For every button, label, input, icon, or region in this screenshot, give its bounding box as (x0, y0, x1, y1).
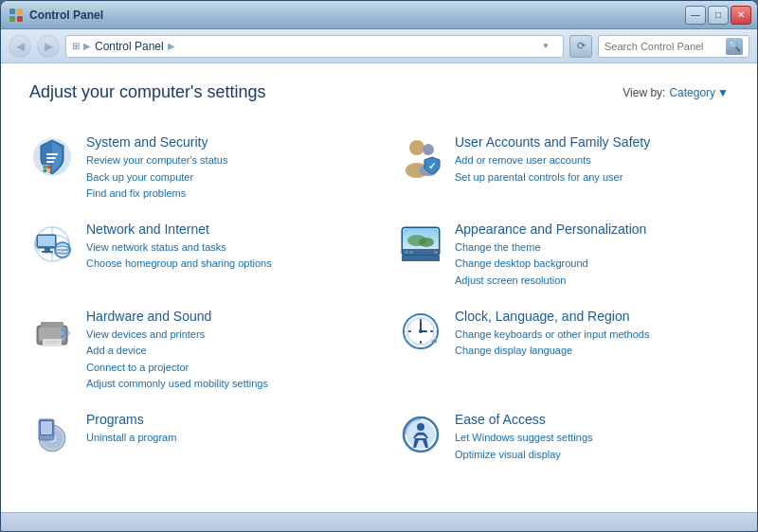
system-security-text: System and Security Review your computer… (86, 134, 227, 203)
search-input[interactable] (605, 41, 726, 52)
svg-rect-44 (45, 341, 60, 342)
ease-access-title[interactable]: Ease of Access (455, 412, 593, 427)
svg-text:✓: ✓ (428, 161, 436, 171)
main-content: Adjust your computer's settings View by:… (1, 63, 757, 512)
forward-button[interactable]: ▶ (37, 35, 60, 58)
hardware-sound-link-2[interactable]: Add a device (86, 343, 268, 360)
hardware-sound-icon (29, 309, 75, 354)
search-button[interactable]: 🔍 (726, 38, 743, 55)
svg-point-15 (423, 144, 434, 155)
appearance-text: Appearance and Personalization Change th… (455, 222, 646, 290)
network-internet-title[interactable]: Network and Internet (86, 222, 272, 237)
system-security-link-3[interactable]: Find and fix problems (86, 186, 227, 203)
title-bar-left: Control Panel (9, 8, 103, 23)
view-by-control: View by: Category ▼ (623, 86, 729, 99)
view-by-dropdown[interactable]: Category ▼ (669, 86, 729, 99)
hardware-sound-title[interactable]: Hardware and Sound (86, 309, 268, 324)
ease-access-icon (398, 412, 443, 457)
svg-rect-37 (409, 251, 413, 254)
address-panel-icon: ⊞ (72, 41, 80, 51)
status-bar (1, 512, 757, 531)
programs-text: Programs Uninstall a program (86, 412, 176, 447)
refresh-button[interactable]: ⟳ (569, 35, 592, 58)
svg-rect-39 (402, 256, 440, 261)
page-header: Adjust your computer's settings View by:… (29, 82, 729, 102)
system-security-icon (29, 134, 75, 180)
programs-title[interactable]: Programs (86, 412, 176, 427)
user-accounts-text: User Accounts and Family Safety Add or r… (455, 134, 650, 186)
category-ease-access: Ease of Access Let Windows suggest setti… (398, 402, 729, 472)
search-bar-container: 🔍 (598, 35, 749, 58)
minimize-button[interactable]: — (685, 6, 706, 25)
system-security-title[interactable]: System and Security (86, 134, 227, 150)
user-accounts-link-2[interactable]: Set up parental controls for any user (455, 169, 650, 186)
view-by-arrow-icon: ▼ (717, 86, 729, 99)
network-internet-link-2[interactable]: Choose homegroup and sharing options (86, 256, 272, 273)
category-system-security: System and Security Review your computer… (29, 125, 360, 212)
svg-rect-3 (17, 16, 23, 22)
svg-rect-62 (41, 421, 52, 434)
svg-point-65 (417, 423, 424, 431)
svg-rect-9 (44, 166, 47, 169)
svg-point-13 (409, 140, 424, 155)
ease-access-link-2[interactable]: Optimize visual display (455, 447, 593, 464)
clock-language-link-2[interactable]: Change display language (455, 343, 649, 360)
programs-link-1[interactable]: Uninstall a program (86, 430, 176, 447)
title-bar: Control Panel — □ ✕ (1, 1, 757, 29)
appearance-title[interactable]: Appearance and Personalization (455, 222, 646, 237)
address-separator: ▶ (83, 41, 91, 51)
svg-point-55 (419, 329, 423, 333)
clock-language-title[interactable]: Clock, Language, and Region (455, 309, 649, 324)
svg-rect-0 (9, 9, 15, 14)
user-accounts-title[interactable]: User Accounts and Family Safety (455, 134, 650, 150)
address-text: Control Panel (95, 40, 164, 53)
control-panel-title-icon (9, 8, 24, 23)
svg-rect-45 (45, 343, 56, 344)
svg-rect-25 (42, 251, 53, 253)
category-hardware-sound: Hardware and Sound View devices and prin… (29, 299, 360, 402)
user-accounts-link-1[interactable]: Add or remove user accounts (455, 152, 650, 169)
categories-grid: System and Security Review your computer… (29, 125, 729, 472)
svg-rect-12 (47, 169, 51, 173)
close-button[interactable]: ✕ (731, 6, 751, 25)
appearance-link-3[interactable]: Adjust screen resolution (455, 273, 646, 290)
page-title: Adjust your computer's settings (29, 82, 266, 102)
svg-rect-24 (45, 248, 50, 251)
clock-language-icon (398, 309, 443, 354)
svg-rect-11 (44, 169, 47, 173)
svg-rect-42 (41, 322, 63, 328)
svg-rect-1 (17, 9, 23, 14)
system-security-link-2[interactable]: Back up your computer (86, 169, 227, 186)
svg-rect-36 (405, 251, 408, 254)
back-button[interactable]: ◀ (9, 35, 31, 58)
network-internet-link-1[interactable]: View network status and tasks (86, 239, 272, 257)
category-network-internet: Network and Internet View network status… (29, 212, 360, 299)
svg-rect-6 (46, 157, 56, 159)
address-nav-arrow: ▶ (168, 41, 175, 51)
hardware-sound-link-3[interactable]: Connect to a projector (86, 360, 268, 377)
category-user-accounts: ✓ User Accounts and Family Safety Add or… (398, 125, 729, 212)
category-clock-language: Clock, Language, and Region Change keybo… (398, 299, 729, 402)
svg-rect-7 (46, 161, 54, 163)
ease-access-text: Ease of Access Let Windows suggest setti… (455, 412, 593, 463)
window-controls: — □ ✕ (685, 6, 751, 25)
hardware-sound-link-1[interactable]: View devices and printers (86, 327, 268, 344)
appearance-link-1[interactable]: Change the theme (455, 239, 646, 257)
ease-access-link-1[interactable]: Let Windows suggest settings (455, 430, 593, 447)
address-dropdown-icon[interactable]: ▼ (542, 42, 557, 50)
svg-rect-5 (46, 153, 58, 155)
svg-rect-10 (47, 166, 51, 169)
svg-rect-38 (434, 251, 438, 254)
title-text: Control Panel (29, 9, 103, 22)
svg-point-34 (419, 238, 434, 247)
clock-language-text: Clock, Language, and Region Change keybo… (455, 309, 649, 360)
programs-icon (29, 412, 75, 457)
maximize-button[interactable]: □ (708, 6, 729, 25)
clock-language-link-1[interactable]: Change keyboards or other input methods (455, 327, 649, 344)
navigation-bar: ◀ ▶ ⊞ ▶ Control Panel ▶ ▼ ⟳ 🔍 (1, 29, 757, 63)
appearance-link-2[interactable]: Change desktop background (455, 256, 646, 273)
hardware-sound-text: Hardware and Sound View devices and prin… (86, 309, 268, 393)
hardware-sound-link-4[interactable]: Adjust commonly used mobility settings (86, 376, 268, 393)
system-security-link-1[interactable]: Review your computer's status (86, 152, 227, 169)
network-internet-icon (29, 222, 75, 267)
